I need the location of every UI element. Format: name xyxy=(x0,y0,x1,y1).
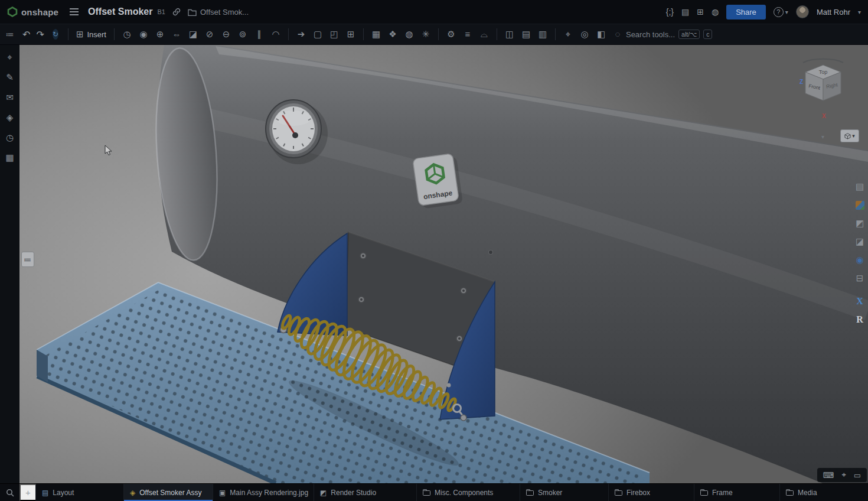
tool-planar-mate-icon[interactable]: ◪ xyxy=(185,24,201,44)
tool-ball-mate-icon[interactable]: ⊚ xyxy=(234,24,251,44)
onshape-logo[interactable]: onshape xyxy=(7,6,58,17)
sync-icon[interactable]: ↻ xyxy=(53,29,58,40)
help-menu[interactable]: ? ▾ xyxy=(774,7,788,17)
version-badge[interactable]: B1 xyxy=(157,8,165,15)
tab-label: Layout xyxy=(53,489,74,497)
undo-icon[interactable]: ↶ xyxy=(22,29,30,40)
avatar[interactable] xyxy=(796,5,809,18)
tool-revolute-mate-icon[interactable]: ⊕ xyxy=(152,24,168,44)
tab-label: Media xyxy=(798,489,817,497)
tool-explode-icon[interactable]: ✳ xyxy=(417,24,434,44)
redo-icon[interactable]: ↷ xyxy=(36,29,44,40)
tool-appearance-icon[interactable]: ◍ xyxy=(401,24,417,44)
tab-label: Smoker xyxy=(538,489,562,497)
x-app-icon[interactable]: X xyxy=(854,295,866,307)
tool-cylindrical-mate-icon[interactable]: ⊘ xyxy=(201,24,218,44)
appearance-panel-icon[interactable] xyxy=(854,199,866,211)
folder-icon xyxy=(188,8,197,16)
search-tools-input[interactable]: Search tools... alt/⌥ c xyxy=(626,30,712,39)
section-view-panel-icon[interactable]: ◪ xyxy=(854,236,866,248)
user-name[interactable]: Matt Rohr xyxy=(817,8,850,17)
tool-linear-pattern-icon[interactable]: ▦ xyxy=(368,24,384,44)
configuration-panel-icon[interactable]: ◩ xyxy=(854,217,866,229)
tab-misc-components[interactable]: Misc. Components xyxy=(417,484,520,501)
tool-group-icon[interactable]: ◰ xyxy=(326,24,342,44)
3d-viewport[interactable]: onshape xyxy=(19,45,868,483)
share-button[interactable]: Share xyxy=(726,5,766,19)
mate-connector-rail-icon[interactable]: ⌖ xyxy=(4,51,17,64)
comments-icon[interactable]: ✉ xyxy=(4,91,17,104)
spreadsheet-icon[interactable]: ▤ xyxy=(681,8,689,16)
history-icon[interactable]: ◷ xyxy=(4,131,17,144)
tool-section-view-icon[interactable]: ◧ xyxy=(593,24,609,44)
feature-list-icon[interactable]: ≔ xyxy=(0,30,19,39)
insert-button[interactable]: ⊞ Insert xyxy=(73,29,110,40)
chevron-down-icon[interactable]: ▾ xyxy=(858,9,861,15)
tab-render-studio[interactable]: ◩ Render Studio xyxy=(314,484,417,501)
view-mode-button[interactable]: ▾ xyxy=(840,129,859,142)
named-positions-icon[interactable]: ◈ xyxy=(4,111,17,124)
view-cube[interactable]: Top Front Right Z X xyxy=(795,52,851,121)
tool-group: ◷ ◉ ⊕ ⇔ ◪ ⊘ ⊖ ⊚ ∥ ◠ ➔ ▢ ◰ ⊞ ▦ ❖ ◍ ✳ ⚙ ≡ … xyxy=(119,24,626,44)
render-panel-icon[interactable]: ◉ xyxy=(854,254,866,266)
shortcut-key-alt: alt/⌥ xyxy=(678,30,700,39)
left-rail: ⌖ ✎ ✉ ◈ ◷ ▦ xyxy=(0,45,19,483)
search-tabs-button[interactable] xyxy=(0,484,19,501)
tab-label: Firebox xyxy=(626,489,650,497)
tool-fastened-mate-icon[interactable]: ◉ xyxy=(135,24,152,44)
tables-icon[interactable]: ▦ xyxy=(4,151,17,164)
tab-label: Misc. Components xyxy=(435,489,493,497)
tool-drag-icon[interactable]: ➔ xyxy=(293,24,309,44)
instance-list-toggle[interactable]: ≔ xyxy=(21,252,34,267)
help-icon: ? xyxy=(774,7,784,17)
markup-icon[interactable]: ✎ xyxy=(4,71,17,84)
onshape-sticker[interactable]: onshape xyxy=(413,153,463,209)
insert-icon: ⊞ xyxy=(76,29,84,40)
tool-rack-pinion-relation-icon[interactable]: ≡ xyxy=(459,24,476,44)
z-axis-label: Z xyxy=(800,79,803,85)
featurescript-icon[interactable]: {;} xyxy=(666,8,674,16)
precision-icon[interactable]: ⌖ xyxy=(841,470,846,480)
tool-measure-icon[interactable]: ⌖ xyxy=(560,24,576,44)
tab-layout[interactable]: ▤ Layout xyxy=(36,484,124,501)
tool-parallel-mate-icon[interactable]: ∥ xyxy=(251,24,267,44)
r-app-icon[interactable]: R xyxy=(854,314,866,326)
breadcrumb[interactable]: Offset Smok... xyxy=(200,8,249,17)
tab-media[interactable]: Media xyxy=(780,484,868,501)
tool-screw-relation-icon[interactable]: ⌓ xyxy=(476,24,492,44)
tab-offset-smoker-assy[interactable]: ◈ Offset Smoker Assy xyxy=(124,484,213,501)
tab-frame[interactable]: Frame xyxy=(694,484,780,501)
app-store-icon[interactable]: ⊞ xyxy=(697,8,704,16)
tool-circular-pattern-icon[interactable]: ❖ xyxy=(384,24,401,44)
instance-list-panel-icon[interactable]: ▤ xyxy=(854,181,866,193)
tool-bom-table-icon[interactable]: ▤ xyxy=(518,24,534,44)
tool-gear-relation-icon[interactable]: ⚙ xyxy=(443,24,459,44)
vent-hole xyxy=(489,250,493,255)
rotate-arrows-icon xyxy=(803,59,843,63)
tab-firebox[interactable]: Firebox xyxy=(609,484,694,501)
add-tab-button[interactable]: + xyxy=(19,484,36,501)
tool-named-views-icon[interactable]: ◎ xyxy=(576,24,593,44)
tool-structured-bom-icon[interactable]: ▥ xyxy=(534,24,551,44)
main-area: ⌖ ✎ ✉ ◈ ◷ ▦ xyxy=(0,45,868,483)
screen-icon[interactable]: ▭ xyxy=(854,471,861,480)
tool-snap-mode-icon[interactable]: ▢ xyxy=(309,24,326,44)
measure-panel-icon[interactable]: ⊟ xyxy=(854,272,866,284)
tool-slider-mate-icon[interactable]: ⇔ xyxy=(168,24,185,44)
tool-mate-connector-icon[interactable]: ◷ xyxy=(119,24,135,44)
tool-insert-subassembly-icon[interactable]: ⊞ xyxy=(342,24,359,44)
view-cube-menu-chevron-icon[interactable]: ▾ xyxy=(821,134,824,140)
keyboard-icon[interactable]: ⌨ xyxy=(823,471,834,480)
main-menu-button[interactable] xyxy=(68,6,80,18)
tool-pin-slot-mate-icon[interactable]: ⊖ xyxy=(218,24,234,44)
document-tab-bar: + ▤ Layout ◈ Offset Smoker Assy ▣ Main A… xyxy=(0,483,868,501)
tool-display-states-icon[interactable]: ◫ xyxy=(501,24,518,44)
community-icon[interactable]: ◍ xyxy=(712,8,719,16)
tab-main-assy-rendering[interactable]: ▣ Main Assy Rendering.jpg xyxy=(213,484,314,501)
assembly-icon: ◈ xyxy=(130,489,135,497)
tab-smoker[interactable]: Smoker xyxy=(520,484,609,501)
tool-tangent-mate-icon[interactable]: ◠ xyxy=(267,24,284,44)
tool-isolate-icon[interactable]: ◌ xyxy=(609,24,626,44)
link-icon[interactable] xyxy=(172,8,181,16)
document-title[interactable]: Offset Smoker xyxy=(88,6,152,17)
